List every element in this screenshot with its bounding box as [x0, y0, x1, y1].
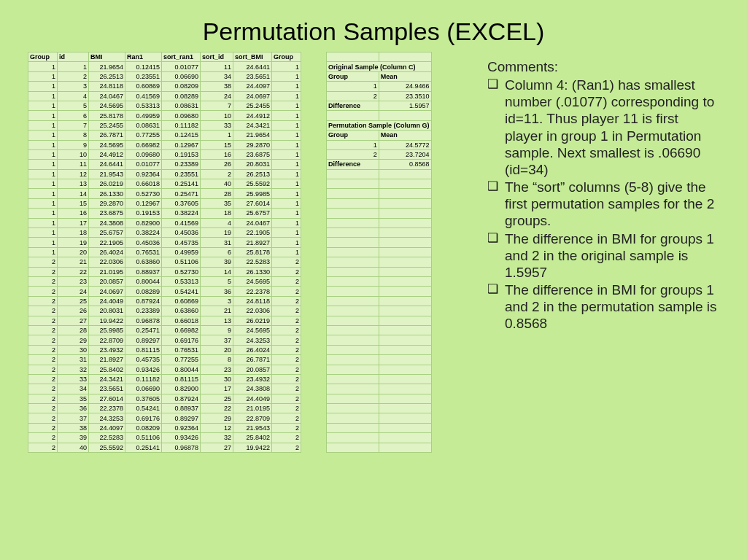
- cell: 1: [201, 131, 233, 140]
- cell: 5: [201, 276, 233, 286]
- table-row: 23527.60140.376050.879242524.40492: [28, 394, 301, 403]
- cell: 33: [201, 120, 233, 130]
- table-row: 1524.56950.533130.08631725.24551: [28, 101, 301, 110]
- cell: 27: [201, 443, 233, 452]
- cell: 26.4024: [233, 345, 272, 354]
- cell: 2: [272, 287, 301, 296]
- cell: 2: [28, 384, 58, 394]
- cell: 0.45735: [162, 238, 201, 247]
- cell: 2: [272, 433, 301, 443]
- table-row: 223.7204: [327, 149, 432, 159]
- cell: 24.8118: [89, 82, 125, 91]
- cell: [327, 257, 379, 267]
- cell: 24.0697: [233, 91, 272, 101]
- cell: [379, 306, 431, 316]
- cell: 0.45036: [125, 238, 162, 247]
- cell: 23.4932: [233, 374, 272, 384]
- table-row: 23324.34210.111820.811153023.49322: [28, 374, 301, 384]
- cell: 38: [58, 423, 89, 432]
- tables-area: GroupidBMIRan1sort_ran1sort_idsort_BMIGr…: [28, 46, 451, 453]
- table-row: Original Sample (Column C): [327, 62, 432, 71]
- cell: 0.54241: [125, 404, 162, 413]
- cell: 24.0467: [89, 91, 125, 101]
- table-row: 1625.81780.499590.096801024.49121: [28, 111, 301, 120]
- cell: 22.5283: [233, 257, 272, 267]
- cell: 22.5283: [89, 433, 125, 443]
- table-row: [327, 52, 432, 62]
- cell: 0.87924: [125, 296, 162, 306]
- cell: 26.4024: [89, 247, 125, 257]
- cell: [327, 296, 379, 306]
- table-row: [327, 257, 432, 267]
- cell: [379, 267, 431, 276]
- cell: 0.66982: [125, 140, 162, 149]
- cell: 28: [201, 189, 233, 198]
- cell: [379, 413, 431, 423]
- cell: Difference: [327, 101, 379, 110]
- col-header: id: [58, 52, 89, 62]
- cell: 40: [201, 179, 233, 189]
- table-row: [327, 276, 432, 286]
- cell: 25.8402: [89, 365, 125, 374]
- cell: [379, 443, 431, 452]
- page-title: Permutation Samples (EXCEL): [0, 0, 747, 46]
- table-row: 124.5772: [327, 140, 432, 149]
- cell: 2: [272, 394, 301, 403]
- table-row: 11426.13300.527300.254712825.99851: [28, 189, 301, 198]
- cell: 0.37605: [162, 198, 201, 208]
- cell: 2: [327, 91, 379, 101]
- cell: 23.6875: [89, 209, 125, 218]
- cell: 0.77255: [125, 131, 162, 140]
- table-row: [327, 443, 432, 452]
- cell: [327, 413, 379, 423]
- cell: 0.53313: [162, 276, 201, 286]
- cell: 16: [58, 209, 89, 218]
- table-row: 22221.01950.889370.527301426.13302: [28, 267, 301, 276]
- cell: 29.2870: [233, 140, 272, 149]
- table-row: 23922.52830.511060.934263225.84022: [28, 433, 301, 443]
- cell: 20: [58, 247, 89, 257]
- cell: 1: [272, 228, 301, 238]
- cell: 0.66982: [162, 325, 201, 335]
- cell: Original Sample (Column C): [327, 62, 432, 71]
- cell: 9: [201, 325, 233, 335]
- cell: 23.5651: [233, 71, 272, 81]
- table-row: [327, 316, 432, 325]
- table-row: 22922.87090.892970.691763724.32532: [28, 335, 301, 345]
- cell: 0.08289: [125, 287, 162, 296]
- cell: 26.1330: [233, 267, 272, 276]
- cell: 1: [28, 238, 58, 247]
- table-row: [327, 247, 432, 257]
- cell: 22.1905: [89, 238, 125, 247]
- cell: 1: [28, 91, 58, 101]
- cell: 22.1905: [233, 228, 272, 238]
- cell: 34: [58, 384, 89, 394]
- cell: 20.8031: [233, 160, 272, 169]
- cell: [379, 257, 431, 267]
- cell: [327, 198, 379, 208]
- table-row: 22620.80310.233890.638602122.03062: [28, 306, 301, 316]
- cell: 21.0195: [89, 267, 125, 276]
- cell: 14: [201, 267, 233, 276]
- cell: 2: [28, 374, 58, 384]
- cell: 2: [272, 257, 301, 267]
- table-row: 22719.94220.968780.660181326.02192: [28, 316, 301, 325]
- cell: 0.96878: [125, 316, 162, 325]
- cell: 23.4932: [89, 345, 125, 354]
- cell: 38: [201, 82, 233, 91]
- cell: 1: [272, 218, 301, 228]
- cell: [379, 316, 431, 325]
- table-row: [327, 384, 432, 394]
- cell: 31: [201, 238, 233, 247]
- cell: 0.81115: [125, 345, 162, 354]
- cell: 39: [58, 433, 89, 443]
- cell: 36: [58, 404, 89, 413]
- table-row: [327, 433, 432, 443]
- table-row: 11825.67570.382240.450361922.19051: [28, 228, 301, 238]
- comment-item: The “sort” columns (5-8) give the first …: [487, 179, 719, 230]
- cell: 21.8927: [233, 238, 272, 247]
- table-row: [327, 374, 432, 384]
- cell: 0.25141: [162, 179, 201, 189]
- table-row: 24025.55920.251410.968782719.94222: [28, 443, 301, 452]
- cell: 0.49959: [162, 247, 201, 257]
